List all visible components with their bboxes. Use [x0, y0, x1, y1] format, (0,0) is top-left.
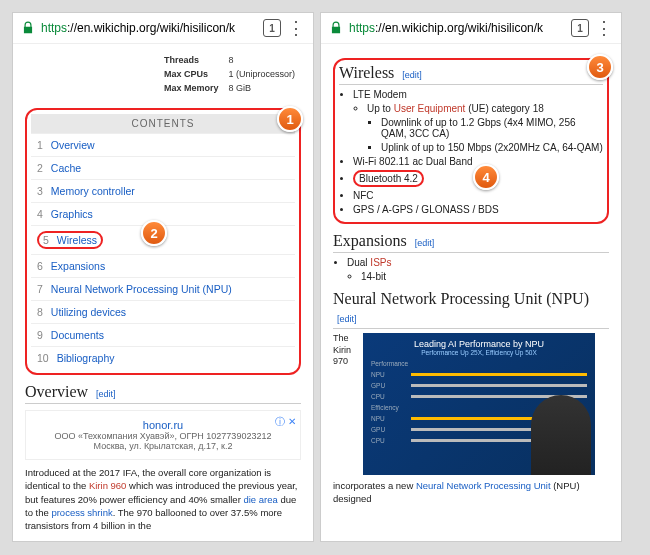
wireless-lte: LTE Modem Up to User Equipment (UE) cate…: [353, 89, 603, 153]
phone-left: https://en.wikichip.org/wiki/hisilicon/k…: [12, 12, 314, 542]
toc-item-overview[interactable]: 1Overview: [31, 133, 295, 156]
url-text: https://en.wikichip.org/wiki/hisilicon/k: [41, 21, 257, 35]
phone-right: https://en.wikichip.org/wiki/hisilicon/k…: [320, 12, 622, 542]
toc-item-graphics[interactable]: 4Graphics: [31, 202, 295, 225]
badge-3: 3: [587, 54, 613, 80]
toc-item-biblio[interactable]: 10Bibliography: [31, 346, 295, 369]
tab-count[interactable]: 1: [263, 19, 281, 37]
ue-link[interactable]: User Equipment: [394, 103, 466, 114]
isp-link[interactable]: ISPs: [370, 257, 391, 268]
section-npu: Neural Network Processing Unit (NPU) [ed…: [333, 290, 609, 329]
wireless-gps: GPS / A-GPS / GLONASS / BDS: [353, 204, 603, 215]
badge-2: 2: [141, 220, 167, 246]
lock-icon: [329, 21, 343, 35]
edit-link[interactable]: [edit]: [337, 314, 357, 324]
infobox: Threads8 Max CPUs1 (Uniprocessor) Max Me…: [158, 52, 301, 96]
address-bar[interactable]: https://en.wikichip.org/wiki/hisilicon/k…: [13, 13, 313, 44]
toc-item-devices[interactable]: 8Utilizing devices: [31, 300, 295, 323]
highlight-toc: 1 CONTENTS 1Overview 2Cache 3Memory cont…: [25, 108, 301, 375]
wireless-nfc: NFC: [353, 190, 603, 201]
overview-paragraph: Introduced at the 2017 IFA, the overall …: [25, 466, 301, 532]
toc-item-cache[interactable]: 2Cache: [31, 156, 295, 179]
ad-block[interactable]: ⓘ ✕ honor.ru ООО «Техкомпания Хуавэй», О…: [25, 410, 301, 460]
section-overview: Overview [edit]: [25, 383, 301, 404]
edit-link[interactable]: [edit]: [96, 389, 116, 399]
wireless-uplink: Uplink of up to 150 Mbps (2x20MHz CA, 64…: [381, 142, 603, 153]
toc-header: CONTENTS: [31, 114, 295, 133]
toc-item-memory[interactable]: 3Memory controller: [31, 179, 295, 202]
toc-item-expansions[interactable]: 6Expansions: [31, 254, 295, 277]
page-content-right: 3 Wireless [edit] LTE Modem Up to User E…: [321, 44, 621, 541]
toc-item-documents[interactable]: 9Documents: [31, 323, 295, 346]
npu-slide[interactable]: Leading AI Performance by NPU Performanc…: [363, 333, 595, 475]
section-wireless: Wireless [edit]: [339, 64, 603, 85]
highlight-wireless: 3 Wireless [edit] LTE Modem Up to User E…: [333, 58, 609, 224]
lock-icon: [21, 21, 35, 35]
wireless-bt: Bluetooth 4.2 4: [353, 170, 603, 187]
toc-item-wireless[interactable]: 5Wireless 2: [31, 225, 295, 254]
page-content-left: Threads8 Max CPUs1 (Uniprocessor) Max Me…: [13, 44, 313, 541]
address-bar[interactable]: https://en.wikichip.org/wiki/hisilicon/k…: [321, 13, 621, 44]
npu-link[interactable]: Neural Network Processing Unit: [416, 480, 551, 491]
wireless-ue: Up to User Equipment (UE) category 18 Do…: [367, 103, 603, 153]
section-expansions: Expansions [edit]: [333, 232, 609, 253]
toc-item-npu[interactable]: 7Neural Network Processing Unit (NPU): [31, 277, 295, 300]
wireless-list: LTE Modem Up to User Equipment (UE) cate…: [353, 89, 603, 215]
npu-intro: TheKirin970: [333, 333, 351, 475]
die-link[interactable]: die area: [243, 494, 277, 505]
edit-link[interactable]: [edit]: [415, 238, 435, 248]
edit-link[interactable]: [edit]: [402, 70, 422, 80]
tab-count[interactable]: 1: [571, 19, 589, 37]
kirin-link[interactable]: Kirin 960: [89, 480, 127, 491]
adchoices-icon[interactable]: ⓘ ✕: [275, 415, 296, 429]
wireless-downlink: Downlink of up to 1.2 Gbps (4x4 MIMO, 25…: [381, 117, 603, 139]
shrink-link[interactable]: process shrink: [51, 507, 112, 518]
npu-paragraph: incorporates a new Neural Network Proces…: [333, 479, 609, 506]
presenter-figure: [531, 395, 591, 475]
badge-1: 1: [277, 106, 303, 132]
badge-4: 4: [473, 164, 499, 190]
expansions-list: Dual ISPs 14-bit: [347, 257, 609, 282]
url-text: https://en.wikichip.org/wiki/hisilicon/k: [349, 21, 565, 35]
